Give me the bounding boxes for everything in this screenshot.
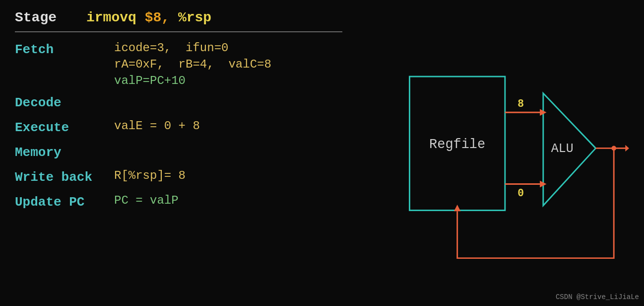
instruction: irmovq $8, %rsp bbox=[86, 10, 211, 25]
output-arrow-head bbox=[625, 145, 629, 152]
stage-name-writeback: Write back bbox=[15, 169, 114, 185]
execute-details: valE = 0 + 8 bbox=[114, 119, 200, 133]
execute-line-1: valE = 0 + 8 bbox=[114, 119, 200, 133]
arrow-bottom-label: 0 bbox=[517, 187, 524, 199]
left-panel: Stage irmovq $8, %rsp Fetch icode=3, ifu… bbox=[15, 10, 352, 296]
stage-updatepc: Update PC PC = valP bbox=[15, 194, 342, 210]
fetch-details: icode=3, ifun=0 rA=0xF, rB=4, valC=8 val… bbox=[114, 41, 271, 87]
instruction-register: %rsp bbox=[178, 10, 211, 25]
watermark: CSDN @Strive_LiJiaLe bbox=[556, 293, 639, 301]
regfile-label: Regfile bbox=[429, 137, 485, 152]
writeback-details: R[%rsp]= 8 bbox=[114, 169, 186, 182]
stage-name-updatepc: Update PC bbox=[15, 194, 114, 210]
stage-name-decode: Decode bbox=[15, 94, 114, 110]
fetch-line-1: icode=3, ifun=0 bbox=[114, 41, 271, 55]
stage-name-execute: Execute bbox=[15, 119, 114, 135]
updatepc-line-1: PC = valP bbox=[114, 194, 179, 207]
diagram-svg: Regfile ALU 8 0 bbox=[352, 10, 629, 296]
stage-name-memory: Memory bbox=[15, 144, 114, 160]
stage-header: Stage irmovq $8, %rsp bbox=[15, 10, 342, 32]
updatepc-details: PC = valP bbox=[114, 194, 179, 207]
fetch-line-2: rA=0xF, rB=4, valC=8 bbox=[114, 58, 271, 71]
arrow-top-label: 8 bbox=[517, 98, 524, 110]
stage-name-fetch: Fetch bbox=[15, 41, 114, 57]
alu-label: ALU bbox=[551, 142, 574, 156]
fetch-line-3: valP=PC+10 bbox=[114, 74, 271, 87]
right-panel: Regfile ALU 8 0 bbox=[352, 10, 629, 296]
writeback-line-1: R[%rsp]= 8 bbox=[114, 169, 186, 182]
instruction-prefix: irmovq bbox=[86, 10, 136, 25]
stage-fetch: Fetch icode=3, ifun=0 rA=0xF, rB=4, valC… bbox=[15, 41, 342, 87]
stage-execute: Execute valE = 0 + 8 bbox=[15, 119, 342, 135]
stage-writeback: Write back R[%rsp]= 8 bbox=[15, 169, 342, 185]
stage-memory: Memory bbox=[15, 144, 342, 160]
stage-decode: Decode bbox=[15, 94, 342, 110]
stage-label: Stage bbox=[15, 10, 57, 25]
main-container: Stage irmovq $8, %rsp Fetch icode=3, ifu… bbox=[0, 0, 644, 306]
instruction-operand: $8, bbox=[145, 10, 170, 25]
